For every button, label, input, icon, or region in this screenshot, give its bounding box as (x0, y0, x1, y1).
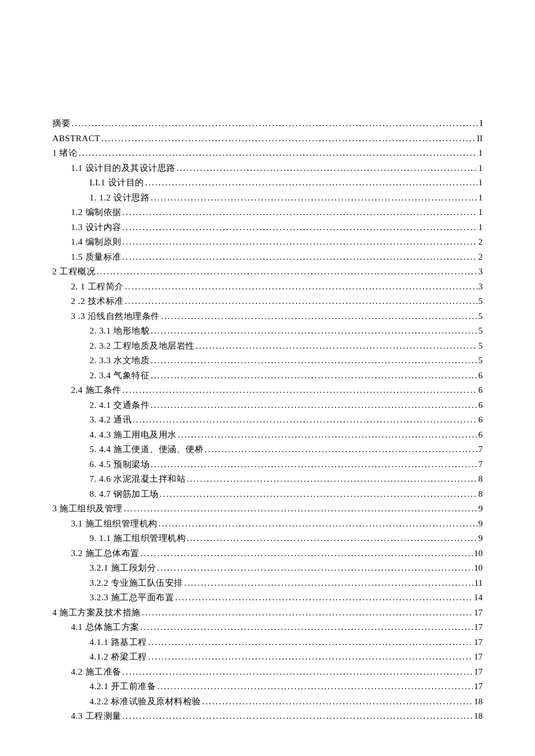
toc-leader-dots (123, 709, 473, 724)
toc-entry[interactable]: 2. 3.4 气象特征6 (90, 368, 483, 384)
toc-entry[interactable]: 2. 4.1 交通条件6 (90, 398, 483, 413)
toc-entry[interactable]: LL1 设计目的1 (90, 175, 483, 191)
toc-entry[interactable]: 4 施工方案及技术措施17 (52, 605, 483, 621)
toc-entry-page: 14 (474, 590, 483, 605)
toc-entry[interactable]: 2. 3.1 地形地貌5 (90, 324, 483, 339)
toc-entry-page: 6 (479, 368, 483, 384)
toc-leader-dots (142, 605, 473, 621)
toc-entry-label: 1. 1.2 设计思路 (90, 191, 149, 206)
toc-entry[interactable]: 4.3 工程测量18 (71, 709, 483, 724)
toc-entry[interactable]: 1.2 编制依据1 (71, 205, 483, 220)
toc-entry-label: 3.2.2 专业施工队伍安排 (90, 576, 183, 591)
toc-entry[interactable]: 9. 1.1 施工组织管理机构9 (90, 531, 483, 546)
toc-entry-page: 2 (479, 235, 483, 250)
toc-entry-label: 4.2 施工准备 (71, 665, 122, 680)
toc-entry[interactable]: 1.5 质量标准2 (71, 250, 483, 265)
toc-entry[interactable]: 4.1.1 路基工程17 (90, 635, 483, 650)
toc-entry-label: 4.1 总体施工方案 (71, 620, 140, 635)
toc-entry[interactable]: 3. 4.2 通讯6 (90, 413, 483, 428)
toc-entry-label: 7. 4.6 水泥混凝土拌和站 (90, 472, 186, 487)
toc-entry-page: 18 (474, 694, 483, 710)
toc-entry-page: 2 (479, 250, 483, 265)
toc-entry-page: 17 (474, 605, 483, 621)
toc-leader-dots (151, 398, 477, 413)
toc-entry[interactable]: 3.2.3 施工总平面布置14 (90, 590, 483, 605)
toc-entry[interactable]: 4.2.1 开工前准备17 (90, 679, 483, 694)
toc-entry[interactable]: 2. 1 工程简介3 (71, 280, 483, 295)
toc-entry-page: 1 (479, 175, 483, 191)
toc-leader-dots (133, 413, 477, 428)
toc-leader-dots (148, 650, 473, 665)
toc-entry-label: 3 .3 沿线自然地理条件 (71, 309, 160, 324)
toc-entry[interactable]: 3.1 施工组织管理机构9 (71, 517, 483, 532)
toc-entry-page: 5 (479, 353, 483, 368)
toc-entry[interactable]: 1. 1.2 设计思路1 (90, 191, 483, 206)
toc-entry[interactable]: 2. 3.2 工程地质及地层岩性5 (90, 339, 483, 354)
toc-leader-dots (151, 324, 477, 339)
toc-leader-dots (157, 679, 473, 694)
toc-entry-label: 8. 4.7 钢筋加工场 (90, 487, 159, 502)
toc-entry[interactable]: 7. 4.6 水泥混凝土拌和站8 (90, 472, 483, 487)
toc-entry-page: 6 (479, 428, 483, 443)
toc-entry-label: 2. 3.3 水文地质 (90, 353, 149, 368)
toc-leader-dots (202, 694, 473, 710)
toc-entry[interactable]: 5. 4.4 施工便道、便涵、便桥7 (90, 442, 483, 457)
toc-leader-dots (205, 442, 477, 457)
toc-entry[interactable]: 4.2.2 标准试验及原材料检验18 (90, 694, 483, 710)
toc-entry[interactable]: 2 .2 技术标准5 (71, 294, 483, 309)
toc-entry-page: 1 (479, 161, 483, 176)
toc-entry-page: 8 (479, 487, 483, 502)
toc-entry[interactable]: 1.3 设计内容1 (71, 220, 483, 235)
toc-entry[interactable]: 6. 4.5 预制梁场7 (90, 457, 483, 472)
toc-entry-label: 2. 3.2 工程地质及地层岩性 (90, 339, 195, 354)
toc-entry[interactable]: 4. 4.3 施工用电及用水6 (90, 428, 483, 443)
toc-entry[interactable]: 3 施工组织及管理9 (52, 501, 483, 517)
toc-entry[interactable]: 1 绪论1 (52, 146, 483, 161)
toc-entry[interactable]: 3.2.1 施工段划分10 (90, 561, 483, 576)
toc-leader-dots (151, 191, 477, 206)
toc-entry[interactable]: 摘要I (52, 116, 483, 131)
toc-leader-dots (187, 531, 477, 546)
toc-entry[interactable]: 4.1 总体施工方案17 (71, 620, 483, 635)
toc-leader-dots (123, 235, 477, 250)
toc-entry[interactable]: 2 工程概况3 (52, 264, 483, 280)
toc-page: 摘要IABSTRACTII1 绪论11.1 设计目的及其设计思路1LL1 设计目… (0, 0, 535, 756)
toc-entry[interactable]: 3.2 施工总体布置10 (71, 546, 483, 561)
toc-entry-label: 1.3 设计内容 (71, 220, 122, 235)
toc-entry[interactable]: 4.2 施工准备17 (71, 665, 483, 680)
toc-leader-dots (187, 472, 477, 487)
toc-container: 摘要IABSTRACTII1 绪论11.1 设计目的及其设计思路1LL1 设计目… (52, 116, 483, 724)
toc-entry-label: ABSTRACT (52, 131, 100, 146)
toc-entry-label: 3.2.3 施工总平面布置 (90, 590, 174, 605)
toc-entry[interactable]: 2.4 施工条件6 (71, 383, 483, 398)
toc-entry[interactable]: 1.1 设计目的及其设计思路1 (71, 161, 483, 176)
toc-leader-dots (124, 501, 477, 517)
toc-entry-label: 1.1 设计目的及其设计思路 (71, 161, 176, 176)
toc-leader-dots (123, 205, 477, 220)
toc-leader-dots (151, 368, 477, 384)
toc-entry[interactable]: 1.4 编制原则2 (71, 235, 483, 250)
toc-entry-page: 17 (474, 665, 483, 680)
toc-entry-page: 1 (479, 220, 483, 235)
toc-entry-label: 3.2 施工总体布置 (71, 546, 140, 561)
toc-entry-label: 2 工程概况 (52, 264, 95, 280)
toc-entry-page: 10 (474, 546, 483, 561)
toc-leader-dots (178, 428, 477, 443)
toc-entry-page: 5 (479, 339, 483, 354)
toc-entry[interactable]: 3 .3 沿线自然地理条件5 (71, 309, 483, 324)
toc-entry-label: 4.2.1 开工前准备 (90, 679, 156, 694)
toc-entry-label: 5. 4.4 施工便道、便涵、便桥 (90, 442, 204, 457)
toc-entry-label: 2.4 施工条件 (71, 383, 122, 398)
toc-entry[interactable]: 3.2.2 专业施工队伍安排11 (90, 576, 483, 591)
toc-entry-page: 6 (479, 398, 483, 413)
toc-leader-dots (125, 280, 477, 295)
toc-leader-dots (141, 620, 473, 635)
toc-entry-page: 5 (479, 324, 483, 339)
toc-entry[interactable]: 4.1.2 桥梁工程17 (90, 650, 483, 665)
toc-entry-label: 3. 4.2 通讯 (90, 413, 131, 428)
toc-entry[interactable]: ABSTRACTII (52, 131, 483, 146)
toc-leader-dots (125, 294, 477, 309)
toc-entry[interactable]: 8. 4.7 钢筋加工场8 (90, 487, 483, 502)
toc-entry-label: 6. 4.5 预制梁场 (90, 457, 149, 472)
toc-entry[interactable]: 2. 3.3 水文地质5 (90, 353, 483, 368)
